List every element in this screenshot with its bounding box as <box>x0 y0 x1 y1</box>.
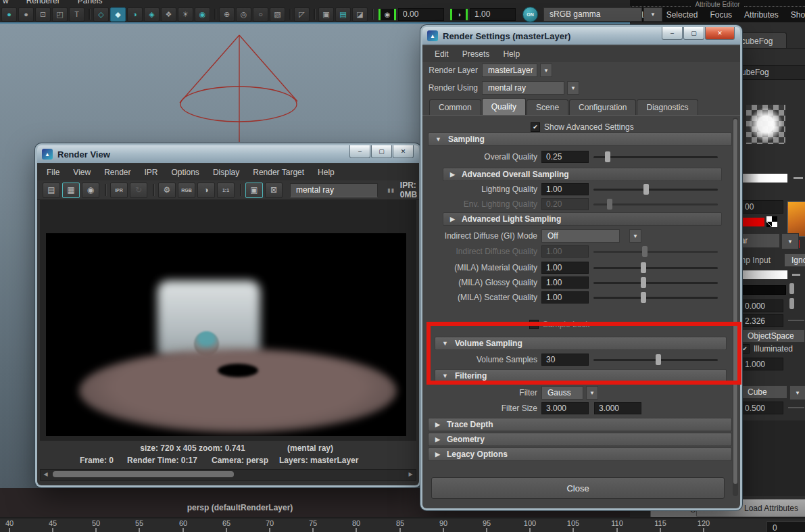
selection-mask-icon[interactable]: ⊡ <box>35 7 51 22</box>
scroll-left-icon[interactable]: ◀ <box>41 470 50 478</box>
menu-options[interactable]: Options <box>165 168 206 177</box>
value-field-2326[interactable]: 2.326 <box>740 314 783 327</box>
color-ramp-bar[interactable] <box>740 174 787 183</box>
chevron-down-icon[interactable]: ▼ <box>789 385 805 400</box>
node-name-field[interactable]: cubeFog <box>733 65 805 80</box>
chevron-down-icon[interactable]: ▼ <box>781 233 799 249</box>
menu-selected[interactable]: Selected <box>660 10 704 20</box>
scrollbar-thumb[interactable] <box>733 119 737 484</box>
filter-size-y-field[interactable]: 3.000 <box>594 402 641 414</box>
menu-view[interactable]: View <box>66 168 97 177</box>
gi-mode-dropdown[interactable]: Off <box>541 229 620 243</box>
colorspace-dropdown[interactable]: sRGB gamma <box>543 7 642 22</box>
filter-size-x-field[interactable]: 3.000 <box>541 402 589 414</box>
minimize-button[interactable]: – <box>662 27 683 40</box>
slider-track[interactable] <box>788 407 804 408</box>
chevron-down-icon[interactable]: ▼ <box>586 386 598 400</box>
value-field-0000[interactable]: 0.000 <box>740 299 783 312</box>
keep-image-icon[interactable]: ▣ <box>245 183 263 198</box>
slider-thumb[interactable] <box>789 298 794 309</box>
textured-icon[interactable]: ◑ <box>127 7 143 22</box>
scroll-right-icon[interactable]: ▶ <box>406 470 415 478</box>
menu-help[interactable]: Help <box>311 168 341 177</box>
tab-configuration[interactable]: Configuration <box>569 99 636 115</box>
trace-depth-section-header[interactable]: ▶ Trace Depth <box>428 418 732 431</box>
advanced-overall-sampling-header[interactable]: ▶ Advanced Overall Sampling <box>443 168 722 181</box>
vertical-scrollbar[interactable] <box>733 118 738 496</box>
menu-presets[interactable]: Presets <box>456 49 497 59</box>
current-frame-field[interactable]: 0 <box>766 521 805 532</box>
slider-thumb[interactable] <box>789 283 794 294</box>
checkbox-checked-icon[interactable]: ✔ <box>740 344 750 354</box>
horizontal-scrollbar[interactable]: ◀ ▶ <box>40 469 416 481</box>
ramp-bar-2[interactable] <box>740 270 787 279</box>
menu-file[interactable]: File <box>40 168 66 177</box>
panel-menu-bar[interactable]: w Renderer Panels <box>0 0 630 6</box>
menu-ipr[interactable]: IPR <box>138 168 165 177</box>
slider-dash[interactable] <box>794 177 803 179</box>
ignore-button[interactable]: Ignore <box>784 253 805 267</box>
chevron-down-icon[interactable]: ▼ <box>629 229 641 243</box>
refresh-ipr-icon[interactable]: ↻ <box>130 183 147 198</box>
isolate-select-icon[interactable]: ◸ <box>294 7 310 22</box>
gradient-background-icon[interactable]: ◪ <box>352 7 368 22</box>
menu-focus[interactable]: Focus <box>704 10 738 20</box>
menu-render[interactable]: Render <box>97 168 137 177</box>
tab-diagnostics[interactable]: Diagnostics <box>637 99 698 115</box>
exposure-field[interactable]: 0.00 <box>398 8 444 21</box>
shape-dropdown[interactable]: Cube <box>740 385 787 399</box>
shaded-textured-icon[interactable]: ◈ <box>144 7 160 22</box>
space-dropdown[interactable]: ObjectSpace <box>740 329 805 343</box>
scrollbar-thumb[interactable] <box>53 471 234 477</box>
geometry-section-header[interactable]: ▶ Geometry <box>428 433 732 446</box>
advanced-light-sampling-header[interactable]: ▶ Advanced Light Sampling <box>443 212 722 226</box>
menu-show[interactable]: Show <box>785 10 805 20</box>
chevron-down-icon[interactable]: ▼ <box>540 64 552 77</box>
snap-icon[interactable]: ◰ <box>52 7 68 22</box>
minimize-button[interactable]: – <box>349 145 370 158</box>
mila-glossy-quality-slider[interactable] <box>593 277 718 288</box>
wireframe-icon[interactable]: ◇ <box>93 7 109 22</box>
mila-glossy-quality-field[interactable]: 1.00 <box>541 276 589 289</box>
menu-edit[interactable]: Edit <box>428 49 456 59</box>
legacy-options-section-header[interactable]: ▶ Legacy Options <box>428 448 732 461</box>
overall-quality-slider[interactable] <box>593 151 718 162</box>
filter-dropdown[interactable]: Gauss <box>541 386 583 400</box>
close-settings-button[interactable]: Close <box>431 477 725 499</box>
sampling-section-header[interactable]: ▼ Sampling <box>428 132 732 146</box>
red-color-swatch[interactable] <box>740 218 764 226</box>
menu-renderer[interactable]: Renderer <box>26 0 60 5</box>
menu-render-target[interactable]: Render Target <box>246 168 311 177</box>
image-plane-icon[interactable]: ▧ <box>270 7 285 22</box>
circle-tool-icon[interactable]: ● <box>18 7 34 22</box>
checker-sphere-icon[interactable]: ❖ <box>161 7 176 22</box>
render-view-canvas[interactable] <box>40 199 416 441</box>
mila-scatter-quality-slider[interactable] <box>593 292 718 303</box>
render-layer-dropdown[interactable]: masterLayer <box>482 64 537 77</box>
close-button[interactable]: ✕ <box>705 27 735 40</box>
renderer-field[interactable]: mental ray <box>290 183 378 197</box>
lighting-quality-slider[interactable] <box>593 184 718 195</box>
circle-outline-icon[interactable]: ○ <box>253 7 268 22</box>
rgb-channels-icon[interactable]: RGB <box>178 183 195 198</box>
close-button[interactable]: ✕ <box>393 145 414 158</box>
value-field-1000[interactable]: 1.000 <box>740 358 783 370</box>
text-tool-icon[interactable]: T <box>69 7 84 22</box>
real-size-icon[interactable]: 1:1 <box>217 183 235 198</box>
checkbox-unchecked-icon[interactable] <box>529 320 539 329</box>
volume-sampling-section-header[interactable]: ▼ Volume Sampling <box>435 337 727 350</box>
chevron-down-icon[interactable]: ▼ <box>567 81 579 95</box>
volume-samples-slider[interactable] <box>593 354 718 365</box>
checkbox-checked-icon[interactable]: ✔ <box>531 122 540 132</box>
use-all-lights-icon[interactable]: ☀ <box>178 7 193 22</box>
menu-panels[interactable]: Panels <box>78 0 103 5</box>
tab-common[interactable]: Common <box>429 99 481 115</box>
overall-quality-field[interactable]: 0.25 <box>541 151 589 163</box>
lighting-quality-field[interactable]: 1.00 <box>541 183 589 195</box>
volume-samples-field[interactable]: 30 <box>541 354 589 366</box>
color-management-on-button[interactable]: ON <box>522 7 538 22</box>
ramp-gradient-swatch[interactable] <box>787 201 805 237</box>
xray-icon[interactable]: ▣ <box>318 7 334 22</box>
sphere-grid-icon[interactable]: ⊕ <box>219 7 235 22</box>
menu-attributes[interactable]: Attributes <box>738 10 785 20</box>
